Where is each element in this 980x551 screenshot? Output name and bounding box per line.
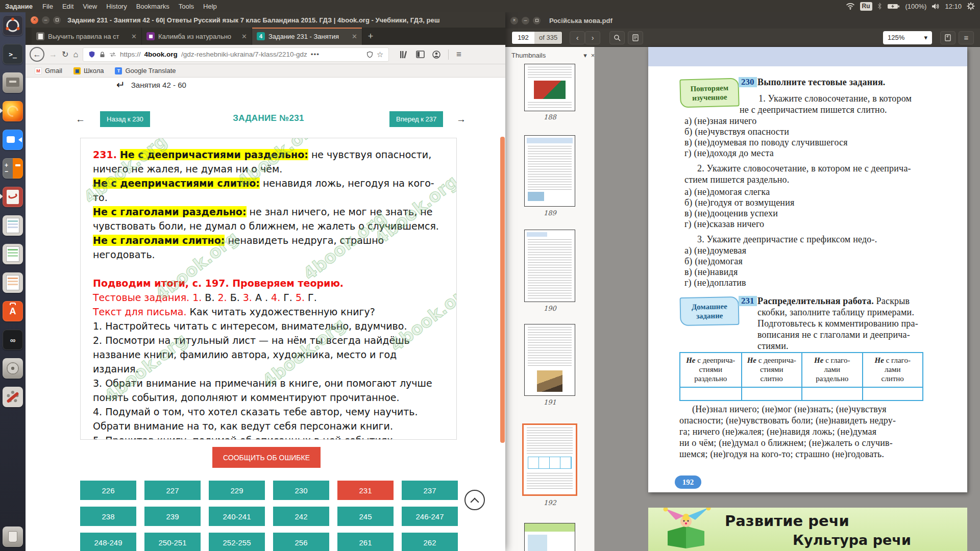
window-maximize-button[interactable] (533, 17, 541, 24)
launcher-item-amd-tool[interactable]: ∞ (3, 330, 23, 350)
thumbnail-page-188[interactable] (524, 64, 575, 111)
task-link[interactable]: 237 (402, 481, 458, 500)
url-bar[interactable]: https://4book.org/gdz-reshebniki-ukraina… (83, 47, 389, 62)
launcher-item-libreoffice-calc[interactable] (3, 244, 23, 264)
page-actions-icon[interactable]: ••• (311, 51, 320, 58)
task-link[interactable]: 262 (402, 533, 458, 551)
clock[interactable]: 12:10 (945, 3, 962, 10)
hamburger-menu-icon[interactable]: ≡ (456, 49, 461, 60)
task-link[interactable]: 229 (209, 481, 265, 500)
annotations-button[interactable] (628, 31, 643, 44)
chevron-down-icon[interactable]: ▾ (583, 52, 587, 59)
sidebar-icon[interactable] (416, 51, 425, 58)
protections-icon[interactable] (366, 51, 373, 58)
library-icon[interactable] (400, 51, 408, 59)
bookmark-google-translate[interactable]: TGoogle Translate (115, 67, 176, 74)
window-minimize-button[interactable]: – (522, 17, 529, 24)
back-button[interactable]: ← (30, 47, 44, 62)
zoom-level-dropdown[interactable]: 125%▾ (883, 31, 932, 44)
wifi-icon[interactable] (846, 3, 855, 10)
reload-button[interactable]: ↻ (62, 49, 68, 59)
bookmark-star-icon[interactable]: ☆ (377, 50, 383, 59)
bookmark-gmail[interactable]: MGmail (35, 67, 62, 74)
launcher-item-document-viewer[interactable] (3, 187, 23, 207)
launcher-item-libreoffice-writer[interactable] (3, 215, 23, 236)
task-link[interactable]: 240-241 (209, 507, 265, 526)
tab-3-active[interactable]: 4 Задание 231 - Занятия ✕ (252, 28, 362, 45)
breadcrumb[interactable]: ↵ Занятия 42 - 60 (116, 79, 186, 91)
launcher-item-firefox[interactable] (3, 101, 23, 121)
permissions-icon[interactable] (109, 52, 116, 57)
tab-close-icon[interactable]: ✕ (352, 33, 357, 40)
volume-icon[interactable] (932, 3, 940, 10)
page-number-input[interactable] (512, 32, 534, 44)
task-link[interactable]: 230 (273, 481, 329, 500)
tab-close-icon[interactable]: ✕ (241, 33, 247, 40)
task-link[interactable]: 250-251 (144, 533, 201, 551)
menu-history[interactable]: History (102, 3, 131, 10)
task-link[interactable]: 242 (273, 507, 329, 526)
next-task-button[interactable]: Вперед к 237 (389, 111, 443, 127)
menu-tools[interactable]: Tools (174, 3, 199, 10)
battery-icon[interactable] (887, 3, 900, 10)
task-link[interactable]: 256 (273, 533, 329, 551)
launcher-item-disks[interactable] (3, 358, 23, 379)
menu-edit[interactable]: Edit (58, 3, 78, 10)
bookmark-school[interactable]: ▣Школа (74, 67, 104, 74)
launcher-item-terminal[interactable]: >_ (3, 44, 23, 64)
task-link[interactable]: 238 (80, 507, 136, 526)
window-close-button[interactable]: × (31, 16, 38, 24)
launcher-item-zoom[interactable] (3, 130, 23, 150)
pdf-menu-button[interactable]: ≡ (959, 31, 974, 44)
forward-button[interactable]: → (49, 50, 57, 59)
new-tab-button[interactable]: + (362, 28, 379, 45)
session-gear-icon[interactable] (967, 2, 975, 10)
tracking-shield-icon[interactable] (88, 51, 95, 58)
next-arrow-icon[interactable]: → (456, 114, 466, 125)
keyboard-layout-indicator[interactable]: Ru (860, 2, 872, 11)
scroll-to-top-button[interactable] (464, 490, 485, 510)
previous-page-button[interactable]: ‹ (570, 31, 585, 44)
menu-bookmarks[interactable]: Bookmarks (132, 3, 174, 10)
page-setup-button[interactable] (940, 31, 955, 44)
task-link[interactable]: 245 (337, 507, 394, 526)
menu-file[interactable]: File (38, 3, 58, 10)
tab-close-icon[interactable]: ✕ (131, 33, 137, 40)
thumbnail-page-192-selected[interactable] (522, 423, 577, 496)
task-link[interactable]: 227 (144, 481, 201, 500)
task-link[interactable]: 252-255 (209, 533, 265, 551)
thumbnail-page-193[interactable] (524, 523, 575, 551)
window-close-button[interactable]: × (510, 17, 518, 24)
window-maximize-button[interactable] (53, 16, 61, 24)
launcher-item-file-cabinet[interactable] (3, 72, 23, 93)
task-link[interactable]: 239 (144, 507, 201, 526)
tab-2[interactable]: Калимба из натурально ✕ (142, 28, 252, 45)
search-button[interactable] (609, 31, 625, 44)
launcher-item-ubuntu-software[interactable]: A (3, 301, 23, 321)
thumbnail-page-191[interactable] (524, 324, 575, 396)
home-button[interactable]: ⌂ (73, 50, 78, 59)
thumbnail-page-189[interactable] (524, 135, 575, 207)
launcher-item-libreoffice-impress[interactable] (3, 272, 23, 293)
menu-help[interactable]: Help (199, 3, 222, 10)
task-link[interactable]: 246-247 (402, 507, 458, 526)
launcher-item-calculator[interactable]: +− (3, 158, 23, 179)
account-icon[interactable] (432, 51, 440, 59)
active-app-menu[interactable]: Задание (0, 3, 38, 10)
task-link-current[interactable]: 231 (337, 481, 394, 500)
launcher-item-system-settings[interactable] (3, 387, 23, 407)
task-link[interactable]: 261 (337, 533, 394, 551)
close-panel-icon[interactable]: × (591, 52, 595, 59)
task-link[interactable]: 226 (80, 481, 136, 500)
next-page-button[interactable]: › (585, 31, 600, 44)
report-error-button[interactable]: СООБЩИТЬ ОБ ОШИБКЕ (212, 447, 321, 468)
tab-1[interactable]: Выучить правила на ст ✕ (32, 28, 142, 45)
task-link[interactable]: 248-249 (80, 533, 136, 551)
launcher-item-dash-home[interactable] (3, 15, 23, 36)
launcher-item-trash[interactable] (3, 527, 23, 547)
bluetooth-icon[interactable] (877, 3, 882, 10)
window-minimize-button[interactable]: – (42, 16, 50, 24)
thumbnail-page-190[interactable] (524, 230, 575, 302)
scrollbar-thumb[interactable] (500, 137, 505, 443)
menu-view[interactable]: View (78, 3, 102, 10)
